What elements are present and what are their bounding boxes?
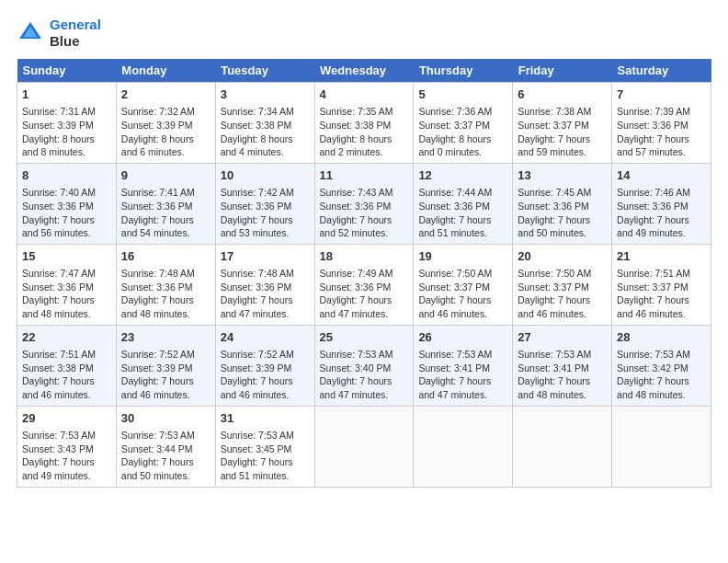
day-cell: 19Sunrise: 7:50 AMSunset: 3:37 PMDayligh… <box>414 244 513 325</box>
sunset-text: Sunset: 3:43 PM <box>22 442 111 456</box>
daylight-text: Daylight: 7 hours and 49 minutes. <box>617 213 706 240</box>
day-number: 12 <box>418 167 507 184</box>
sunset-text: Sunset: 3:37 PM <box>518 281 607 294</box>
daylight-text: Daylight: 7 hours and 49 minutes. <box>22 455 111 482</box>
sunset-text: Sunset: 3:36 PM <box>221 200 310 213</box>
daylight-text: Daylight: 8 hours and 8 minutes. <box>22 132 111 159</box>
sunset-text: Sunset: 3:36 PM <box>518 200 607 213</box>
daylight-text: Daylight: 7 hours and 46 minutes. <box>22 374 111 401</box>
sunset-text: Sunset: 3:40 PM <box>320 362 409 375</box>
daylight-text: Daylight: 7 hours and 54 minutes. <box>121 213 210 240</box>
daylight-text: Daylight: 7 hours and 46 minutes. <box>121 374 210 401</box>
sunrise-text: Sunrise: 7:48 AM <box>221 267 310 281</box>
daylight-text: Daylight: 7 hours and 46 minutes. <box>617 293 706 320</box>
sunrise-text: Sunrise: 7:50 AM <box>518 267 607 281</box>
sunset-text: Sunset: 3:36 PM <box>221 281 310 294</box>
sunset-text: Sunset: 3:36 PM <box>320 200 409 213</box>
header-cell-wednesday: Wednesday <box>314 59 414 83</box>
day-number: 11 <box>320 167 409 184</box>
day-number: 29 <box>22 410 111 427</box>
sunset-text: Sunset: 3:38 PM <box>22 362 111 375</box>
day-cell: 31Sunrise: 7:53 AMSunset: 3:45 PMDayligh… <box>215 406 314 487</box>
sunrise-text: Sunrise: 7:51 AM <box>617 267 706 281</box>
daylight-text: Daylight: 7 hours and 48 minutes. <box>121 293 210 320</box>
day-number: 2 <box>121 86 210 103</box>
sunrise-text: Sunrise: 7:50 AM <box>418 267 507 281</box>
sunrise-text: Sunrise: 7:41 AM <box>121 186 210 200</box>
daylight-text: Daylight: 7 hours and 47 minutes. <box>418 374 507 401</box>
header-cell-tuesday: Tuesday <box>215 59 314 83</box>
sunrise-text: Sunrise: 7:40 AM <box>22 186 111 200</box>
daylight-text: Daylight: 7 hours and 47 minutes. <box>221 293 310 320</box>
week-row-1: 1Sunrise: 7:31 AMSunset: 3:39 PMDaylight… <box>17 83 711 164</box>
day-cell: 22Sunrise: 7:51 AMSunset: 3:38 PMDayligh… <box>17 325 117 406</box>
sunrise-text: Sunrise: 7:44 AM <box>418 186 507 200</box>
day-cell: 27Sunrise: 7:53 AMSunset: 3:41 PMDayligh… <box>513 325 612 406</box>
day-number: 26 <box>418 329 507 346</box>
day-cell: 17Sunrise: 7:48 AMSunset: 3:36 PMDayligh… <box>215 244 314 325</box>
sunset-text: Sunset: 3:36 PM <box>22 200 111 213</box>
sunrise-text: Sunrise: 7:43 AM <box>320 186 409 200</box>
day-cell: 18Sunrise: 7:49 AMSunset: 3:36 PMDayligh… <box>314 244 414 325</box>
sunset-text: Sunset: 3:44 PM <box>121 442 210 456</box>
day-number: 9 <box>121 167 210 184</box>
sunset-text: Sunset: 3:36 PM <box>418 200 507 213</box>
header-cell-sunday: Sunday <box>17 59 117 83</box>
day-cell: 30Sunrise: 7:53 AMSunset: 3:44 PMDayligh… <box>116 406 215 487</box>
day-number: 1 <box>22 86 111 103</box>
sunset-text: Sunset: 3:39 PM <box>22 119 111 132</box>
day-number: 16 <box>121 248 210 265</box>
header-cell-friday: Friday <box>513 59 612 83</box>
sunset-text: Sunset: 3:37 PM <box>518 119 607 132</box>
day-number: 10 <box>221 167 310 184</box>
sunset-text: Sunset: 3:38 PM <box>221 119 310 132</box>
sunrise-text: Sunrise: 7:53 AM <box>617 348 706 362</box>
day-number: 22 <box>22 329 111 346</box>
logo-text: General Blue <box>50 17 101 50</box>
sunrise-text: Sunrise: 7:32 AM <box>121 105 210 119</box>
sunrise-text: Sunrise: 7:53 AM <box>221 429 310 442</box>
sunrise-text: Sunrise: 7:53 AM <box>22 429 111 442</box>
daylight-text: Daylight: 7 hours and 52 minutes. <box>320 213 409 240</box>
sunrise-text: Sunrise: 7:39 AM <box>617 105 706 119</box>
sunset-text: Sunset: 3:36 PM <box>121 281 210 294</box>
sunrise-text: Sunrise: 7:34 AM <box>221 105 310 119</box>
daylight-text: Daylight: 8 hours and 4 minutes. <box>221 132 310 159</box>
day-cell: 12Sunrise: 7:44 AMSunset: 3:36 PMDayligh… <box>414 163 513 244</box>
day-number: 25 <box>320 329 409 346</box>
daylight-text: Daylight: 7 hours and 53 minutes. <box>221 213 310 240</box>
day-cell: 1Sunrise: 7:31 AMSunset: 3:39 PMDaylight… <box>17 83 117 164</box>
sunset-text: Sunset: 3:38 PM <box>320 119 409 132</box>
sunset-text: Sunset: 3:36 PM <box>617 119 706 132</box>
day-number: 20 <box>518 248 607 265</box>
daylight-text: Daylight: 7 hours and 50 minutes. <box>518 213 607 240</box>
day-number: 31 <box>221 410 310 427</box>
day-number: 23 <box>121 329 210 346</box>
sunrise-text: Sunrise: 7:45 AM <box>518 186 607 200</box>
day-cell: 21Sunrise: 7:51 AMSunset: 3:37 PMDayligh… <box>612 244 711 325</box>
day-cell <box>314 406 414 487</box>
sunset-text: Sunset: 3:37 PM <box>617 281 706 294</box>
week-row-4: 22Sunrise: 7:51 AMSunset: 3:38 PMDayligh… <box>17 325 711 406</box>
sunset-text: Sunset: 3:42 PM <box>617 362 706 375</box>
day-cell: 7Sunrise: 7:39 AMSunset: 3:36 PMDaylight… <box>612 83 711 164</box>
day-number: 24 <box>221 329 310 346</box>
daylight-text: Daylight: 7 hours and 51 minutes. <box>221 455 310 482</box>
sunset-text: Sunset: 3:39 PM <box>121 362 210 375</box>
daylight-text: Daylight: 7 hours and 46 minutes. <box>518 293 607 320</box>
sunrise-text: Sunrise: 7:47 AM <box>22 267 111 281</box>
sunset-text: Sunset: 3:41 PM <box>418 362 507 375</box>
day-cell: 29Sunrise: 7:53 AMSunset: 3:43 PMDayligh… <box>17 406 117 487</box>
sunset-text: Sunset: 3:41 PM <box>518 362 607 375</box>
sunrise-text: Sunrise: 7:36 AM <box>418 105 507 119</box>
day-cell: 2Sunrise: 7:32 AMSunset: 3:39 PMDaylight… <box>116 83 215 164</box>
logo: General Blue <box>17 17 101 50</box>
day-number: 5 <box>418 86 507 103</box>
header-row: SundayMondayTuesdayWednesdayThursdayFrid… <box>17 59 711 83</box>
day-number: 18 <box>320 248 409 265</box>
sunrise-text: Sunrise: 7:53 AM <box>320 348 409 362</box>
day-number: 28 <box>617 329 706 346</box>
day-number: 4 <box>320 86 409 103</box>
sunset-text: Sunset: 3:36 PM <box>320 281 409 294</box>
day-cell: 20Sunrise: 7:50 AMSunset: 3:37 PMDayligh… <box>513 244 612 325</box>
